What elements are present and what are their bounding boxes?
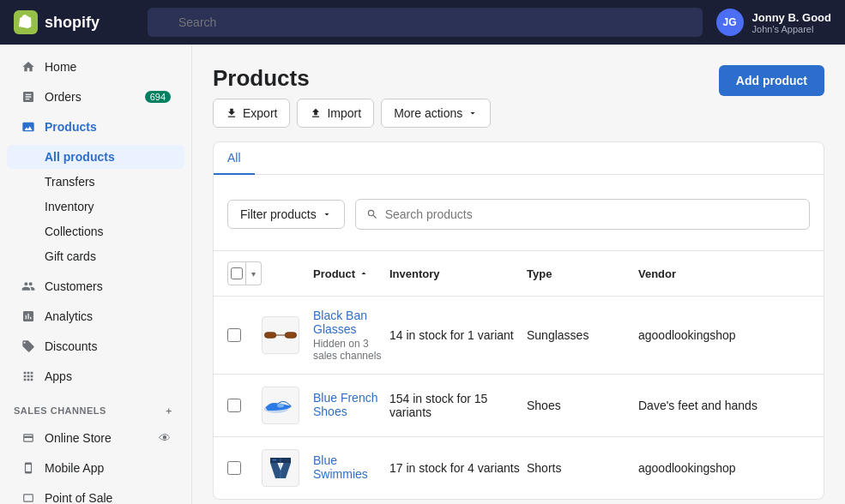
sidebar-item-customers[interactable]: Customers xyxy=(7,272,184,301)
checkbox-dropdown-caret[interactable]: ▾ xyxy=(246,261,262,285)
filter-products-button[interactable]: Filter products xyxy=(227,200,345,229)
tab-all[interactable]: All xyxy=(214,142,255,175)
product-name-link[interactable]: Black Ban Glasses xyxy=(313,309,389,336)
store-name: John's Apparel xyxy=(752,24,831,34)
sales-channels-section: SALES CHANNELS ＋ xyxy=(0,392,191,423)
col-header-inventory: Inventory xyxy=(389,267,527,280)
sidebar-item-collections[interactable]: Collections xyxy=(7,219,184,243)
table-row: Black Ban Glasses Hidden on 3 sales chan… xyxy=(214,297,824,375)
sidebar-item-gift-cards[interactable]: Gift cards xyxy=(7,244,184,268)
sidebar-item-point-of-sale[interactable]: Point of Sale xyxy=(7,483,184,504)
filter-search-row: Filter products xyxy=(227,199,810,230)
header-actions: Export Import More actions xyxy=(213,99,491,128)
add-product-button[interactable]: Add product xyxy=(719,65,824,96)
row-checkbox[interactable] xyxy=(227,328,241,342)
add-sales-channel-button[interactable]: ＋ xyxy=(160,402,178,419)
product-thumbnail xyxy=(262,449,299,487)
header-checkbox-area: ▾ xyxy=(227,261,262,285)
global-search-input[interactable] xyxy=(148,8,703,37)
sidebar-item-online-store[interactable]: Online Store 👁 xyxy=(7,423,184,453)
online-store-icon xyxy=(21,430,36,446)
sidebar-item-apps[interactable]: Apps xyxy=(7,362,184,391)
app-layout: Home Orders 694 Products All products Tr… xyxy=(0,45,845,504)
sidebar-home-label: Home xyxy=(45,60,76,74)
sidebar-orders-label: Orders xyxy=(45,90,81,104)
sidebar-discounts-label: Discounts xyxy=(45,339,97,353)
product-name-link[interactable]: Blue Swimmies xyxy=(313,453,389,481)
logo-text: shopify xyxy=(45,14,100,32)
sidebar-analytics-label: Analytics xyxy=(45,309,93,323)
mobile-app-label: Mobile App xyxy=(45,461,104,475)
user-name: Jonny B. Good xyxy=(752,11,831,24)
product-vendor: agoodlookingshop xyxy=(638,328,810,342)
row-checkbox[interactable] xyxy=(227,461,241,475)
filter-row: Filter products xyxy=(214,189,824,251)
sidebar-item-discounts[interactable]: Discounts xyxy=(7,332,184,361)
sidebar-item-mobile-app[interactable]: Mobile App xyxy=(7,453,184,483)
sidebar-apps-label: Apps xyxy=(45,369,72,383)
svg-rect-8 xyxy=(272,459,276,461)
export-button[interactable]: Export xyxy=(213,99,290,128)
sort-icon xyxy=(359,268,369,279)
online-store-label: Online Store xyxy=(45,431,112,445)
filter-chevron-icon xyxy=(322,209,332,219)
sidebar-item-orders[interactable]: Orders 694 xyxy=(7,82,184,111)
sidebar-item-inventory[interactable]: Inventory xyxy=(7,195,184,219)
sidebar-item-analytics[interactable]: Analytics xyxy=(7,302,184,331)
products-table-container: All Filter products xyxy=(213,141,824,500)
product-name-link[interactable]: Blue French Shoes xyxy=(313,391,389,418)
product-thumbnail xyxy=(262,316,299,354)
sidebar-item-products[interactable]: Products xyxy=(7,112,184,141)
import-icon xyxy=(310,107,322,119)
shopify-logo-icon xyxy=(14,10,38,34)
point-of-sale-label: Point of Sale xyxy=(45,491,112,504)
sidebar-item-home[interactable]: Home xyxy=(7,52,184,81)
orders-badge: 694 xyxy=(145,91,171,103)
user-info: Jonny B. Good John's Apparel xyxy=(752,11,831,34)
svg-rect-1 xyxy=(285,333,296,339)
sidebar-customers-label: Customers xyxy=(45,279,103,293)
shorts-image xyxy=(265,453,296,483)
svg-point-6 xyxy=(277,404,284,408)
online-store-eye-icon[interactable]: 👁 xyxy=(159,431,171,445)
select-all-checkbox[interactable] xyxy=(231,267,243,279)
col-header-vendor: Vendor xyxy=(638,267,810,280)
glasses-image xyxy=(264,327,297,344)
product-subtitle: Hidden on 3 sales channels xyxy=(313,338,389,362)
product-type: Sunglasses xyxy=(527,328,638,342)
mobile-app-icon xyxy=(21,460,36,476)
logo[interactable]: shopify xyxy=(14,10,134,34)
col-header-product[interactable]: Product xyxy=(313,267,389,280)
analytics-icon xyxy=(21,309,36,324)
import-button[interactable]: Import xyxy=(297,99,374,128)
search-products-input[interactable] xyxy=(385,207,799,221)
product-tabs: All xyxy=(214,142,824,175)
page-header: Products Export Import More actions xyxy=(213,65,824,128)
table-header: ▾ Product Inventory Type Vendor xyxy=(214,251,824,297)
row-checkbox-wrap xyxy=(227,328,262,342)
sidebar-products-label: Products xyxy=(45,120,97,134)
product-search-icon xyxy=(366,208,378,220)
home-icon xyxy=(21,59,36,75)
select-all-checkbox-area[interactable] xyxy=(227,261,246,285)
search-container: 🔍 xyxy=(148,8,703,37)
page-title: Products xyxy=(213,65,491,92)
products-icon xyxy=(21,119,36,135)
product-inventory: 17 in stock for 4 variants xyxy=(389,461,527,475)
product-search-container xyxy=(355,199,810,230)
more-actions-button[interactable]: More actions xyxy=(381,99,491,128)
product-info: Black Ban Glasses Hidden on 3 sales chan… xyxy=(313,309,389,362)
sidebar-item-transfers[interactable]: Transfers xyxy=(7,170,184,194)
product-type: Shoes xyxy=(527,399,638,412)
sidebar-item-all-products[interactable]: All products xyxy=(7,145,184,169)
user-area[interactable]: JG Jonny B. Good John's Apparel xyxy=(716,9,831,36)
row-checkbox-wrap xyxy=(227,399,262,412)
row-checkbox[interactable] xyxy=(227,399,241,412)
product-info: Blue French Shoes xyxy=(313,391,389,420)
product-type: Shorts xyxy=(527,461,638,475)
top-navigation: shopify 🔍 JG Jonny B. Good John's Appare… xyxy=(0,0,845,45)
table-row: Blue Swimmies 17 in stock for 4 variants… xyxy=(214,437,824,499)
apps-icon xyxy=(21,369,36,384)
products-subnav: All products Transfers Inventory Collect… xyxy=(0,142,191,271)
product-inventory: 14 in stock for 1 variant xyxy=(389,328,527,342)
